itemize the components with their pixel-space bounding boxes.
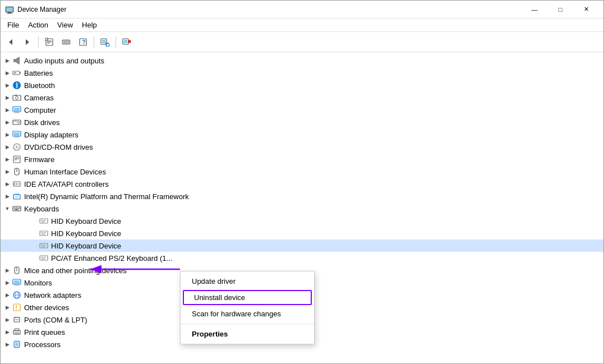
svg-point-112 — [17, 319, 19, 320]
expand-intel[interactable]: ▶ — [3, 192, 12, 201]
menu-bar: File Action View Help — [1, 19, 603, 32]
restore-button[interactable]: □ — [547, 1, 573, 19]
svg-rect-82 — [44, 232, 45, 233]
help-toolbar-button[interactable]: ? — [75, 34, 91, 50]
ide-label: IDE ATA/ATAPI controllers — [24, 180, 109, 188]
kbd3-label: HID Keyboard Device — [51, 242, 121, 250]
window-controls: — □ ✕ — [522, 1, 599, 19]
processors-label: Processors — [24, 340, 61, 349]
menu-action[interactable]: Action — [24, 20, 53, 30]
properties-button[interactable]: ? — [42, 34, 57, 50]
intel-label: Intel(R) Dynamic Platform and Thermal Fr… — [24, 192, 189, 201]
expand-disk[interactable]: ▶ — [3, 118, 12, 127]
tree-item-firmware[interactable]: ▶ Firmware — [1, 153, 603, 165]
expand-bluetooth[interactable]: ▶ — [3, 81, 12, 90]
expand-ide[interactable]: ▶ — [3, 179, 12, 188]
expand-printq[interactable]: ▶ — [3, 328, 12, 337]
expand-firmware[interactable]: ▶ — [3, 155, 12, 164]
tree-item-bluetooth[interactable]: ▶ ᛒ Bluetooth — [1, 79, 603, 91]
svg-point-35 — [16, 96, 19, 99]
expand-computer[interactable]: ▶ — [3, 105, 12, 114]
tree-item-hid[interactable]: ▶ Human Interface Devices — [1, 165, 603, 178]
expand-other[interactable]: ▶ — [3, 303, 12, 312]
svg-rect-113 — [15, 317, 16, 318]
pcatkbd-icon — [39, 253, 49, 263]
pcatkbd-label: PC/AT Enhanced PS/2 Keyboard (1... — [51, 254, 172, 262]
ctx-properties[interactable]: Properties — [181, 326, 314, 342]
svg-rect-83 — [45, 232, 47, 233]
svg-rect-94 — [44, 257, 45, 258]
svg-rect-68 — [14, 208, 15, 209]
device-tree[interactable]: ▶ Audio inputs and outputs ▶ Batteries ▶… — [1, 52, 603, 363]
tree-item-audio[interactable]: ▶ Audio inputs and outputs — [1, 54, 603, 67]
tree-item-ide[interactable]: ▶ IDE ATA/ATAPI controllers — [1, 178, 603, 190]
expand-network[interactable]: ▶ — [3, 291, 12, 300]
other-label: Other devices — [24, 303, 69, 312]
tree-item-intel[interactable]: ▶ Intel(R) Dynamic Platform and Thermal … — [1, 190, 603, 202]
tree-item-kbd1[interactable]: ▶ HID Keyboard Device — [1, 215, 603, 227]
kbd3-icon — [39, 241, 49, 251]
svg-rect-24 — [124, 40, 127, 43]
expand-monitors[interactable]: ▶ — [3, 278, 12, 287]
expand-processors[interactable]: ▶ — [3, 340, 12, 349]
svg-rect-84 — [42, 234, 45, 234]
display-label: Display adapters — [24, 131, 79, 139]
svg-rect-87 — [43, 245, 44, 246]
svg-point-16 — [67, 42, 68, 43]
printq-label: Print queues — [24, 328, 65, 337]
update-driver-toolbar-button[interactable] — [58, 34, 74, 50]
tree-item-kbd3[interactable]: ▶ HID Keyboard Device — [1, 239, 603, 252]
tree-item-pcatkbd[interactable]: ▶ PC/AT Enhanced PS/2 Keyboard (1... — [1, 252, 603, 264]
monitors-label: Monitors — [24, 279, 52, 287]
svg-rect-46 — [16, 136, 18, 137]
svg-rect-92 — [41, 257, 42, 258]
expand-hid[interactable]: ▶ — [3, 167, 12, 176]
expand-audio[interactable]: ▶ — [3, 56, 12, 65]
keyboards-label: Keyboards — [24, 205, 59, 213]
tree-item-kbd2[interactable]: ▶ HID Keyboard Device — [1, 227, 603, 239]
svg-rect-75 — [43, 220, 44, 221]
expand-batteries[interactable]: ▶ — [3, 68, 12, 77]
menu-file[interactable]: File — [3, 20, 24, 30]
kbd2-label: HID Keyboard Device — [51, 229, 121, 238]
expand-dvd[interactable]: ▶ — [3, 142, 12, 151]
ports-icon — [12, 315, 22, 325]
ctx-scan-hardware[interactable]: Scan for hardware changes — [181, 306, 314, 321]
expand-ports[interactable]: ▶ — [3, 315, 12, 324]
close-button[interactable]: ✕ — [573, 1, 599, 19]
monitors-icon — [12, 278, 22, 288]
tree-item-batteries[interactable]: ▶ Batteries — [1, 67, 603, 79]
scan-hardware-button[interactable] — [97, 34, 113, 50]
tree-item-disk[interactable]: ▶ Disk drives — [1, 116, 603, 128]
tree-item-keyboards[interactable]: ▼ Keyboards — [1, 202, 603, 215]
svg-point-49 — [16, 146, 18, 148]
minimize-button[interactable]: — — [522, 1, 547, 19]
svg-rect-114 — [17, 317, 19, 318]
expand-keyboards[interactable]: ▼ — [3, 204, 12, 213]
svg-rect-1 — [6, 7, 13, 12]
menu-view[interactable]: View — [53, 20, 77, 30]
ctx-uninstall-device[interactable]: Uninstall device — [183, 290, 312, 305]
svg-rect-76 — [44, 220, 45, 221]
audio-icon — [12, 56, 22, 66]
svg-rect-90 — [42, 246, 45, 247]
network-label: Network adapters — [24, 291, 81, 300]
expand-display[interactable]: ▶ — [3, 130, 12, 139]
back-button[interactable] — [3, 34, 19, 50]
forward-button[interactable] — [20, 34, 35, 50]
expand-mice[interactable]: ▶ — [3, 266, 12, 275]
menu-help[interactable]: Help — [77, 20, 102, 30]
remove-device-button[interactable] — [119, 34, 135, 50]
hid-icon — [12, 167, 22, 177]
tree-item-cameras[interactable]: ▶ Cameras — [1, 91, 603, 104]
svg-rect-34 — [13, 95, 21, 100]
tree-item-dvd[interactable]: ▶ DVD/CD-ROM drives — [1, 141, 603, 153]
ctx-update-driver[interactable]: Update driver — [181, 274, 314, 289]
svg-rect-73 — [40, 219, 48, 223]
svg-point-14 — [64, 42, 65, 43]
computer-label: Computer — [24, 106, 56, 114]
device-manager-window: Device Manager — □ ✕ File Action View He… — [0, 0, 604, 364]
expand-cameras[interactable]: ▶ — [3, 93, 12, 102]
tree-item-display[interactable]: ▶ Display adapters — [1, 128, 603, 141]
tree-item-computer[interactable]: ▶ Computer — [1, 104, 603, 116]
